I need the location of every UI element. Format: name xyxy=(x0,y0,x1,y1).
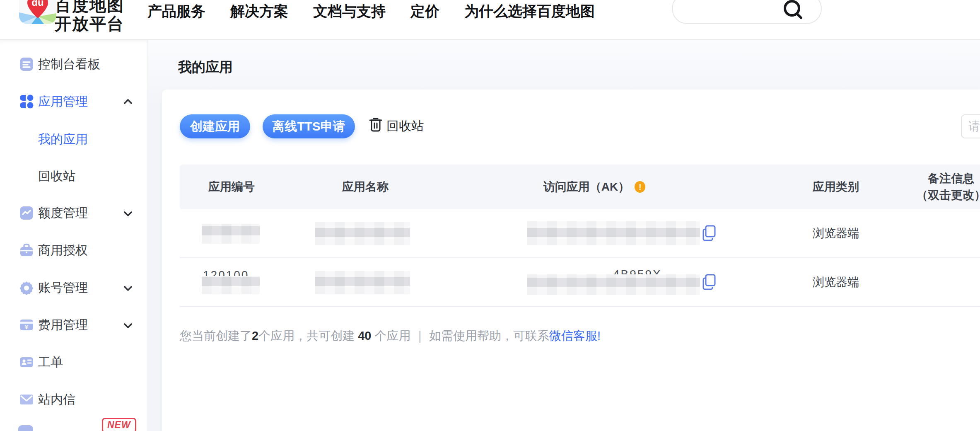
header-search-box xyxy=(672,0,822,24)
copy-icon[interactable] xyxy=(702,274,717,293)
nav-docs[interactable]: 文档与支持 xyxy=(313,2,386,21)
cell-app-id-redacted xyxy=(180,209,283,258)
trash-icon xyxy=(369,117,382,136)
app-type-value: 浏览器端 xyxy=(813,274,859,290)
sidebar-label-recycle-bin: 回收站 xyxy=(38,168,75,185)
chevron-up-icon[interactable] xyxy=(123,97,133,109)
billing-yuan-icon: ¥ xyxy=(19,317,34,332)
sidebar-item-messages[interactable]: 站内信 xyxy=(0,387,148,412)
redacted-block xyxy=(315,271,410,294)
sidebar-item-billing-management[interactable]: ¥ 费用管理 xyxy=(0,312,148,337)
table-filter-input[interactable] xyxy=(961,114,980,138)
apps-icon xyxy=(19,94,34,109)
col-header-app-name: 应用名称 xyxy=(342,179,389,195)
copy-icon[interactable] xyxy=(702,225,717,244)
nav-products[interactable]: 产品服务 xyxy=(147,2,205,21)
table-footer-summary: 您当前创建了2个应用，共可创建 40 个应用 ｜ 如需使用帮助，可联系微信客服! xyxy=(180,328,601,344)
recycle-bin-label: 回收站 xyxy=(386,118,424,135)
search-icon[interactable] xyxy=(782,0,804,23)
table-header-row: 应用编号 应用名称 访问应用（AK） ! 应用类别 备注信息 （双击更改） xyxy=(180,165,980,209)
sidebar-item-commercial-license[interactable]: 商用授权 xyxy=(0,238,148,263)
search-input[interactable] xyxy=(685,2,789,22)
cell-app-id-redacted: 120100 xyxy=(180,258,283,307)
footer-app-count: 2 xyxy=(252,329,258,342)
col-header-note-line1: 备注信息 xyxy=(928,170,974,187)
chevron-down-icon[interactable] xyxy=(123,320,133,332)
logo-wordmark[interactable]: 百度地图 开放平台 xyxy=(55,0,124,33)
sidebar-label-account: 账号管理 xyxy=(38,279,88,296)
apps-card: 创建应用 离线TTS申请 回收站 应用编号 应用名称 xyxy=(162,90,980,431)
top-header: du 百度地图 开放平台 产品服务 解决方案 文档与支持 定价 为什么选择百度地… xyxy=(0,0,980,40)
main-content: 我的应用 创建应用 离线TTS申请 回收站 xyxy=(148,40,980,431)
col-header-note-line2: （双击更改） xyxy=(916,187,980,203)
briefcase-icon xyxy=(19,243,34,258)
page-title: 我的应用 xyxy=(178,58,233,77)
app-type-value: 浏览器端 xyxy=(813,225,859,241)
footer-text: 如需使用帮助，可联系 xyxy=(429,329,549,342)
baidu-map-logo-icon[interactable]: du xyxy=(19,0,56,24)
sidebar-label-app-management: 应用管理 xyxy=(38,93,88,110)
nav-why-baidu-map[interactable]: 为什么选择百度地图 xyxy=(464,2,595,21)
col-header-app-id: 应用编号 xyxy=(208,179,255,195)
logo-line2: 开放平台 xyxy=(55,15,124,33)
cell-note-empty[interactable] xyxy=(930,209,972,258)
sidebar: 控制台看板 应用管理 我的应用 回收站 xyxy=(0,40,148,431)
sidebar-item-work-order[interactable]: 工单 xyxy=(0,350,148,375)
table-row: 120100 4B959X 浏 xyxy=(180,258,980,307)
sidebar-label-my-apps: 我的应用 xyxy=(38,131,88,148)
sidebar-item-my-apps[interactable]: 我的应用 xyxy=(0,127,148,152)
sidebar-item-recycle-bin[interactable]: 回收站 xyxy=(0,164,148,189)
gear-icon xyxy=(19,280,34,295)
sidebar-item-app-management[interactable]: 应用管理 xyxy=(0,89,148,114)
warning-icon[interactable]: ! xyxy=(635,181,645,193)
cell-note-empty[interactable] xyxy=(930,258,972,307)
chevron-down-icon[interactable] xyxy=(123,283,133,295)
chevron-down-icon[interactable] xyxy=(123,208,133,220)
svg-text:¥: ¥ xyxy=(25,323,29,330)
sidebar-label-license: 商用授权 xyxy=(38,242,88,259)
nav-solutions[interactable]: 解决方案 xyxy=(230,2,288,21)
new-badge: NEW xyxy=(102,418,136,431)
redacted-block xyxy=(527,274,700,295)
cell-app-name-redacted xyxy=(283,258,447,307)
footer-text: 个应用 xyxy=(371,329,410,342)
footer-text: 您当前创建了 xyxy=(180,329,252,342)
recycle-bin-link[interactable]: 回收站 xyxy=(369,117,424,136)
sidebar-label-work-order: 工单 xyxy=(38,354,63,371)
col-header-ak: 访问应用（AK） xyxy=(543,179,630,195)
footer-app-limit: 40 xyxy=(358,329,371,342)
sidebar-item-dashboard[interactable]: 控制台看板 xyxy=(0,52,148,77)
redacted-block xyxy=(202,276,260,294)
mail-icon xyxy=(19,392,34,407)
wechat-support-link[interactable]: 微信客服! xyxy=(549,329,601,342)
offline-tts-button[interactable]: 离线TTS申请 xyxy=(263,114,355,138)
dashboard-icon xyxy=(19,57,34,72)
footer-text: 个应用，共可创建 xyxy=(258,329,358,342)
sidebar-label-quota: 额度管理 xyxy=(38,205,88,222)
sidebar-label-dashboard: 控制台看板 xyxy=(38,56,100,73)
sidebar-label-messages: 站内信 xyxy=(38,391,75,408)
quota-chart-icon xyxy=(19,206,34,220)
redacted-block xyxy=(527,221,700,245)
cell-ak-redacted: 4B959X xyxy=(447,258,741,307)
redacted-block xyxy=(315,222,410,245)
sidebar-item-quota-management[interactable]: 额度管理 xyxy=(0,201,148,225)
top-navigation: 产品服务 解决方案 文档与支持 定价 为什么选择百度地图 xyxy=(147,0,595,22)
baidu-map-console-page: du 百度地图 开放平台 产品服务 解决方案 文档与支持 定价 为什么选择百度地… xyxy=(0,0,980,431)
cell-ak-redacted xyxy=(447,209,741,258)
id-card-icon xyxy=(19,355,34,370)
create-app-button[interactable]: 创建应用 xyxy=(180,114,250,138)
logo-line1: 百度地图 xyxy=(55,0,124,15)
sidebar-label-billing: 费用管理 xyxy=(38,317,88,334)
table-row: 浏览器端 xyxy=(180,209,980,258)
col-header-app-type: 应用类别 xyxy=(813,179,859,195)
redacted-block xyxy=(202,224,260,244)
nav-pricing[interactable]: 定价 xyxy=(410,2,439,21)
svg-text:du: du xyxy=(31,0,43,8)
partial-next-item-icon xyxy=(18,425,33,431)
footer-separator: ｜ xyxy=(411,329,430,342)
sidebar-item-account-management[interactable]: 账号管理 xyxy=(0,275,148,300)
cell-app-name-redacted xyxy=(283,209,447,258)
